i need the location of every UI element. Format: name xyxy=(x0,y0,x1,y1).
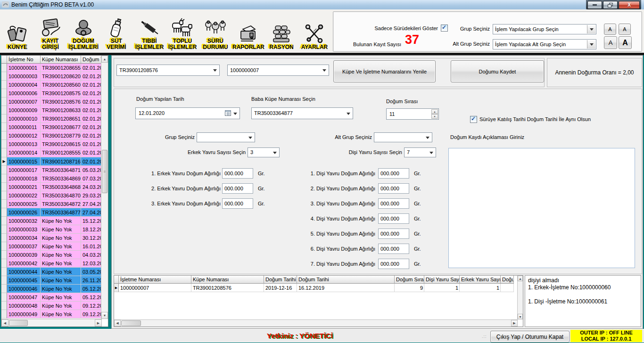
father-tag-combobox[interactable]: TR35003364877 xyxy=(251,107,353,119)
birth-description-textarea[interactable] xyxy=(448,148,635,268)
grid-cell[interactable]: 1000000007 xyxy=(7,98,41,106)
weight-input[interactable] xyxy=(378,229,409,239)
row-selector[interactable] xyxy=(1,208,7,217)
grid-cell[interactable]: 1000000018 xyxy=(7,174,41,183)
row-selector[interactable] xyxy=(1,234,7,242)
animal-row[interactable]: 1000000048Küpe No Yok09.12.20 xyxy=(1,302,108,310)
toolbar-item-suru-durumu[interactable]: SÜRÜ DURUMU xyxy=(199,16,232,50)
history-horizontal-scrollbar[interactable]: ◀ ▶ xyxy=(114,319,518,327)
grid-cell[interactable]: TR35003364872 xyxy=(41,200,81,208)
weight-input[interactable] xyxy=(378,168,409,179)
history-cell[interactable]: 9 xyxy=(395,284,424,292)
weight-input[interactable] xyxy=(222,183,253,194)
history-cell[interactable]: 16.12.2019 xyxy=(297,284,395,292)
grid-cell[interactable]: 1000000009 xyxy=(7,106,41,114)
animal-row[interactable]: 1000000045Küpe No Yok26.11.20 xyxy=(1,276,108,285)
grid-cell[interactable]: 02.01.20 xyxy=(81,89,102,98)
subgroup-combobox[interactable] xyxy=(374,132,432,142)
scroll-up-icon[interactable]: ▲ xyxy=(101,56,108,63)
grid-cell[interactable]: 1000000049 xyxy=(7,310,41,318)
grid-cell[interactable]: 09.12.20 xyxy=(81,310,102,318)
history-column-header[interactable]: Küpe Numarası xyxy=(191,276,264,284)
grid-cell[interactable]: 1000000047 xyxy=(7,293,41,302)
grid-cell[interactable]: 1000000032 xyxy=(7,217,41,225)
grid-cell[interactable]: Küpe No Yok xyxy=(41,242,81,251)
row-selector[interactable] xyxy=(1,123,7,131)
row-selector[interactable] xyxy=(1,148,7,157)
row-selector[interactable] xyxy=(1,268,7,276)
grid-cell[interactable]: TR39001208615 xyxy=(41,140,81,148)
row-selector[interactable] xyxy=(1,131,7,140)
grid-cell[interactable]: 1000000026 xyxy=(7,208,41,217)
grid-cell[interactable]: 1000000004 xyxy=(7,81,41,89)
grid-cell[interactable]: Küpe No Yok xyxy=(41,310,81,318)
font-size-button[interactable]: A xyxy=(619,36,632,49)
scroll-right-icon[interactable]: ▶ xyxy=(511,320,518,327)
history-column-header[interactable]: Doğum Tarihi xyxy=(264,276,297,284)
animal-row[interactable]: 1000000014TR3900120855502.01.20 xyxy=(1,148,108,157)
grid-cell[interactable]: 09.12.20 xyxy=(81,302,102,310)
grid-cell[interactable]: 1000000017 xyxy=(7,166,41,174)
scrollbar-thumb[interactable] xyxy=(121,320,141,326)
grid-cell[interactable]: 27.04.20 xyxy=(81,208,102,217)
row-selector[interactable] xyxy=(1,81,7,89)
animal-row[interactable]: 1000000006TR3900120857502.01.20 xyxy=(1,89,108,98)
font-size-button[interactable]: A xyxy=(604,24,616,35)
female-count-combobox[interactable]: 7 xyxy=(404,147,436,157)
toolbar-item-raporlar[interactable]: RAPORLAR xyxy=(232,22,265,50)
grid-cell[interactable]: 1000000037 xyxy=(7,242,41,251)
animal-row[interactable]: 1000000003TR3900120862002.01.20 xyxy=(1,72,108,81)
row-selector[interactable] xyxy=(1,183,7,191)
grid-cell[interactable]: Küpe No Yok xyxy=(41,268,81,276)
close-button[interactable]: X xyxy=(619,1,640,9)
history-cell[interactable]: 2019-12-16 xyxy=(264,284,297,292)
grid-cell[interactable]: TR39001208620 xyxy=(41,72,81,81)
row-selector[interactable] xyxy=(1,276,7,285)
row-selector[interactable] xyxy=(1,106,7,114)
grid-cell[interactable]: Küpe No Yok xyxy=(41,251,81,259)
row-selector[interactable] xyxy=(1,225,7,234)
weight-input[interactable] xyxy=(222,168,253,179)
history-cell[interactable]: 1 xyxy=(460,284,501,292)
row-selector[interactable] xyxy=(1,251,7,259)
grid-cell[interactable]: Küpe No Yok xyxy=(41,285,81,293)
grid-cell[interactable]: TR39001208560 xyxy=(41,81,81,89)
scrollbar-thumb[interactable] xyxy=(9,320,28,326)
font-size-button[interactable]: A xyxy=(604,36,617,49)
grid-cell[interactable]: 02.01.20 xyxy=(81,72,102,81)
animal-row[interactable]: 1000000017TR3500336487105.03.20 xyxy=(1,166,108,174)
grid-cell[interactable]: TR39001208716 xyxy=(41,157,81,166)
grid-cell[interactable]: 1000000042 xyxy=(7,259,41,268)
mother-tag-combobox[interactable]: TR39001208576 xyxy=(116,65,220,76)
chevron-down-icon[interactable] xyxy=(587,40,595,49)
toolbar-item-rasyon[interactable]: RASYON xyxy=(265,22,298,50)
grid-cell[interactable]: TR39001208575 xyxy=(41,89,81,98)
grid-cell[interactable]: TR39001208655 xyxy=(41,64,81,72)
animal-row[interactable]: 1000000026TR3500336487727.04.20 xyxy=(1,208,108,217)
calendar-icon[interactable] xyxy=(225,110,231,117)
animal-row[interactable]: 1000000032Küpe No Yok15.12.20 xyxy=(1,217,108,225)
grid-cell[interactable]: 16.01.20 xyxy=(81,242,102,251)
grid-cell[interactable]: 02.01.20 xyxy=(81,123,102,131)
history-column-header[interactable]: Dişi Yavru Sayısı xyxy=(424,276,460,284)
chevron-down-icon[interactable] xyxy=(587,25,595,33)
male-count-combobox[interactable]: 3 xyxy=(248,147,280,157)
row-selector[interactable] xyxy=(1,217,7,225)
grid-cell[interactable]: 1000000013 xyxy=(7,140,41,148)
grid-cell[interactable]: TR39001208677 xyxy=(41,123,81,131)
grid-cell[interactable]: Küpe No Yok xyxy=(41,302,81,310)
grid-cell[interactable]: Küpe No Yok xyxy=(41,276,81,285)
row-selector[interactable] xyxy=(1,98,7,106)
grid-cell[interactable]: 02.01.20 xyxy=(81,131,102,140)
animal-row[interactable]: 1000000011TR3900120867702.01.20 xyxy=(1,123,108,131)
grid-horizontal-scrollbar[interactable]: ◀ ▶ xyxy=(1,319,102,327)
row-selector[interactable]: ▶ xyxy=(114,284,119,292)
history-cell[interactable]: 1000000007 xyxy=(119,284,191,292)
animal-row[interactable]: 1000000013TR3900120861502.01.20 xyxy=(1,140,108,148)
grid-column-header[interactable]: Küpe Numarası xyxy=(41,56,81,64)
row-selector[interactable] xyxy=(1,114,7,123)
animal-row[interactable]: 1000000044Küpe No Yok03.05.20 xyxy=(1,268,108,276)
grid-cell[interactable]: Küpe No Yok xyxy=(41,217,81,225)
save-birth-button[interactable]: Doğumu Kaydet xyxy=(451,60,544,82)
grid-cell[interactable]: Küpe No Yok xyxy=(41,225,81,234)
